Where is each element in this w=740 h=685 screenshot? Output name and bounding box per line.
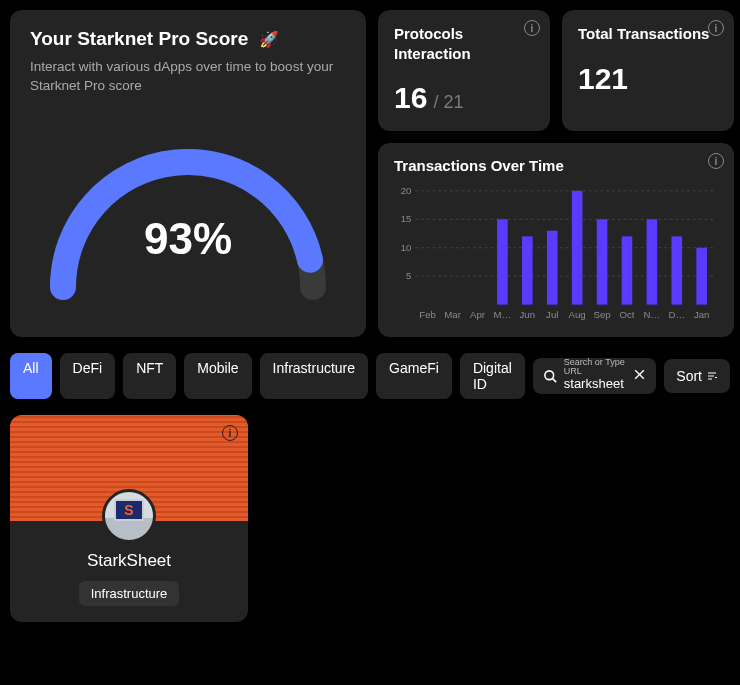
svg-text:N…: N… [644, 309, 661, 320]
filter-chip-mobile[interactable]: Mobile [184, 353, 251, 399]
protocols-card: i Protocols Interaction 16 / 21 [378, 10, 550, 131]
result-name: StarkSheet [26, 551, 232, 571]
result-tag: Infrastructure [79, 581, 180, 606]
filter-chip-infrastructure[interactable]: Infrastructure [260, 353, 368, 399]
svg-text:Feb: Feb [419, 309, 436, 320]
filter-chip-digital-id[interactable]: Digital ID [460, 353, 525, 399]
svg-text:Jul: Jul [546, 309, 558, 320]
transactions-card: i Total Transactions 121 [562, 10, 734, 131]
svg-text:Oct: Oct [619, 309, 634, 320]
bar-chart: 5101520FebMarAprM…JunJulAugSepOctN…D…Jan [394, 182, 718, 327]
avatar-letter: S [124, 502, 133, 518]
svg-rect-19 [597, 219, 608, 304]
chart-title: Transactions Over Time [394, 157, 718, 174]
svg-text:20: 20 [401, 185, 412, 196]
filter-chip-gamefi[interactable]: GameFi [376, 353, 452, 399]
svg-point-29 [545, 370, 554, 379]
filters-row: AllDeFiNFTMobileInfrastructureGameFiDigi… [10, 353, 730, 399]
svg-rect-13 [522, 236, 533, 304]
filter-chip-nft[interactable]: NFT [123, 353, 176, 399]
svg-text:Aug: Aug [569, 309, 586, 320]
svg-text:Sep: Sep [593, 309, 610, 320]
rocket-icon: 🚀 [259, 31, 279, 48]
chart-card: i Transactions Over Time 5101520FebMarAp… [378, 143, 734, 337]
protocols-label: Protocols Interaction [394, 24, 534, 63]
svg-rect-23 [647, 219, 658, 304]
svg-rect-17 [572, 191, 583, 305]
search-placeholder: Search or Type URL [564, 358, 628, 376]
svg-text:Jan: Jan [694, 309, 710, 320]
svg-text:Apr: Apr [470, 309, 486, 320]
clear-icon[interactable] [633, 367, 646, 385]
filter-chip-all[interactable]: All [10, 353, 52, 399]
result-card[interactable]: i S StarkSheet Infrastructure [10, 415, 248, 622]
svg-text:M…: M… [494, 309, 512, 320]
sort-button[interactable]: Sort [664, 359, 730, 393]
sort-icon [706, 370, 718, 382]
svg-text:5: 5 [406, 270, 411, 281]
svg-line-30 [552, 378, 556, 382]
score-value: 93% [144, 214, 232, 264]
result-avatar: S [102, 489, 156, 543]
svg-text:Mar: Mar [444, 309, 461, 320]
sort-label: Sort [676, 368, 702, 384]
svg-text:10: 10 [401, 242, 412, 253]
info-icon[interactable]: i [708, 20, 724, 36]
transactions-label: Total Transactions [578, 24, 718, 44]
svg-rect-11 [497, 219, 508, 304]
transactions-value: 121 [578, 62, 628, 96]
info-icon[interactable]: i [708, 153, 724, 169]
score-subtitle: Interact with various dApps over time to… [30, 58, 346, 96]
svg-rect-25 [671, 236, 682, 304]
filter-chips: AllDeFiNFTMobileInfrastructureGameFiDigi… [10, 353, 525, 399]
info-icon[interactable]: i [222, 425, 238, 441]
svg-text:Jun: Jun [520, 309, 536, 320]
score-card: Your Starknet Pro Score 🚀 Interact with … [10, 10, 366, 337]
svg-text:D…: D… [668, 309, 685, 320]
svg-rect-15 [547, 231, 558, 305]
protocols-value: 16 [394, 81, 427, 115]
search-input[interactable]: starksheet [564, 376, 628, 392]
score-title: Your Starknet Pro Score [30, 28, 248, 49]
search-icon [543, 369, 558, 384]
svg-rect-21 [622, 236, 633, 304]
filter-chip-defi[interactable]: DeFi [60, 353, 116, 399]
protocols-total: / 21 [433, 92, 463, 113]
info-icon[interactable]: i [524, 20, 540, 36]
svg-text:15: 15 [401, 213, 412, 224]
search-box[interactable]: Search or Type URL starksheet [533, 358, 657, 394]
svg-rect-27 [696, 248, 707, 305]
